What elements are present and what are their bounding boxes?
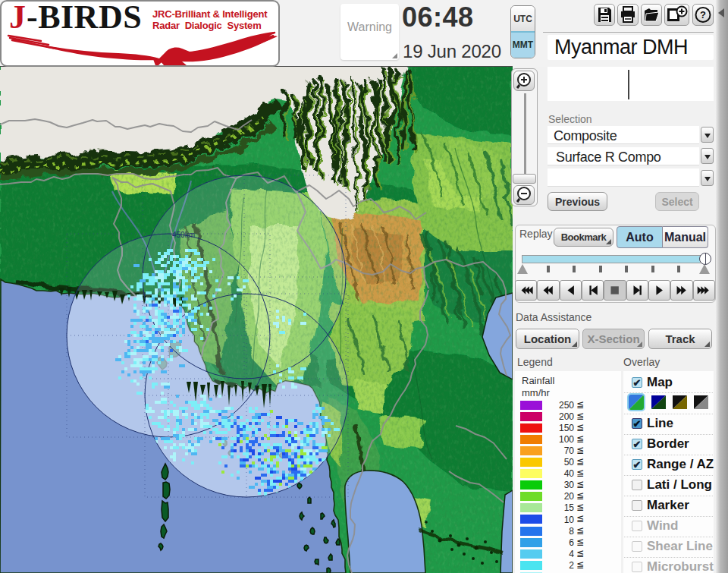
svg-text:450km: 450km	[172, 231, 195, 239]
svg-text:?: ?	[700, 9, 706, 20]
